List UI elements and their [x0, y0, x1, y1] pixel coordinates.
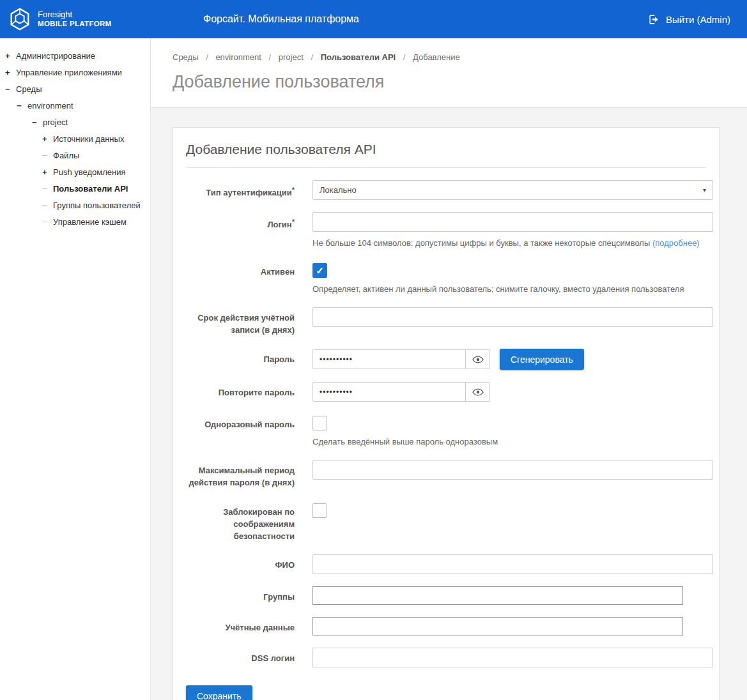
login-label: Логин*	[186, 212, 295, 249]
dss-login-row: DSS логин	[186, 648, 706, 667]
breadcrumb-separator: /	[403, 52, 406, 62]
sidebar-item-api-users[interactable]: ─ Пользователи API	[0, 180, 150, 197]
collapse-minus-icon[interactable]: −	[32, 118, 43, 127]
password-repeat-row: Повторите пароль	[186, 382, 706, 402]
main-content: Среды / environment / project / Пользова…	[151, 38, 747, 700]
active-label: Активен	[186, 261, 295, 295]
logout-label: Выйти (Admin)	[666, 14, 730, 25]
breadcrumb: Среды / environment / project / Пользова…	[173, 52, 747, 62]
app-title: Форсайт. Мобильная платформа	[203, 0, 359, 38]
password-input[interactable]	[312, 349, 466, 369]
expand-plus-icon[interactable]: +	[5, 51, 16, 61]
save-button[interactable]: Сохранить	[186, 685, 252, 700]
auth-type-selected-value: Локально	[320, 185, 357, 195]
tree-dash-icon: ─	[42, 218, 53, 225]
eye-icon	[472, 354, 484, 365]
max-password-period-row: Максимальный период действия пароля (в д…	[186, 460, 706, 489]
logout-icon	[648, 13, 660, 26]
groups-row: Группы	[186, 586, 706, 605]
auth-type-label: Тип аутентификации*	[186, 180, 295, 200]
dss-login-input[interactable]	[312, 648, 713, 667]
required-asterisk: *	[292, 186, 295, 194]
one-time-password-help: Сделать введённый выше пароль одноразовы…	[312, 436, 706, 448]
sidebar-item-environments[interactable]: − Среды	[0, 80, 150, 97]
max-password-period-label: Максимальный период действия пароля (в д…	[186, 460, 295, 489]
breadcrumb-separator: /	[269, 52, 272, 62]
password-row: Пароль	[186, 349, 706, 370]
form-card: Добавление пользователя API Тип аутентиф…	[173, 127, 720, 700]
breadcrumb-item-current: Добавление	[413, 52, 460, 62]
eye-icon	[472, 386, 484, 398]
password-repeat-label: Повторите пароль	[186, 382, 295, 402]
sidebar-item-environment[interactable]: − environment	[0, 97, 150, 114]
credentials-input[interactable]	[312, 617, 683, 635]
required-asterisk: *	[292, 218, 295, 225]
logo-icon	[8, 7, 32, 31]
sidebar-item-push-notifications[interactable]: + Push уведомления	[0, 164, 150, 180]
breadcrumb-separator: /	[206, 52, 208, 62]
groups-label: Группы	[186, 586, 295, 605]
collapse-minus-icon[interactable]: −	[5, 84, 16, 94]
sidebar-item-cache-management[interactable]: ─ Управление кэшем	[0, 213, 150, 230]
credentials-row: Учётные данные	[186, 617, 706, 635]
fio-row: ФИО	[186, 554, 706, 574]
auth-type-select[interactable]: Локально ▾	[312, 180, 713, 200]
auth-type-row: Тип аутентификации* Локально ▾	[186, 180, 706, 200]
content-area: Добавление пользователя API Тип аутентиф…	[151, 108, 747, 700]
logout-button[interactable]: Выйти (Admin)	[648, 0, 730, 38]
sidebar-item-project[interactable]: − project	[0, 114, 150, 130]
groups-input[interactable]	[312, 586, 683, 605]
sidebar-item-data-sources[interactable]: + Источники данных	[0, 130, 150, 147]
login-input[interactable]	[312, 212, 713, 232]
breadcrumb-item-api-users[interactable]: Пользователи API	[321, 52, 396, 62]
active-checkbox[interactable]: ✓	[312, 263, 327, 278]
one-time-password-label: Одноразовый пароль	[186, 414, 295, 448]
active-row: Активен ✓ Определяет, активен ли данный …	[186, 261, 706, 295]
expand-plus-icon[interactable]: +	[42, 167, 53, 177]
active-help: Определяет, активен ли данный пользовате…	[312, 284, 706, 295]
save-row: Сохранить	[186, 685, 706, 700]
account-expiry-input[interactable]	[312, 307, 713, 327]
show-password-button[interactable]	[465, 349, 490, 369]
tree-dash-icon: ─	[42, 201, 53, 209]
sidebar: + Администрирование + Управление приложе…	[0, 38, 151, 700]
form-title: Добавление пользователя API	[186, 142, 706, 168]
page-title: Добавление пользователя	[173, 72, 747, 92]
one-time-password-checkbox[interactable]	[312, 416, 327, 430]
details-link[interactable]: (подробнее)	[652, 238, 700, 248]
fio-label: ФИО	[186, 554, 295, 574]
sidebar-item-files[interactable]: ─ Файлы	[0, 147, 150, 164]
breadcrumb-item-environments[interactable]: Среды	[173, 52, 199, 62]
password-repeat-input[interactable]	[312, 382, 466, 402]
blocked-checkbox[interactable]	[312, 503, 327, 518]
sidebar-item-administration[interactable]: + Администрирование	[0, 47, 150, 64]
logo: Foresight MOBILE PLATFORM	[0, 7, 111, 31]
collapse-minus-icon[interactable]: −	[17, 101, 27, 110]
breadcrumb-item-project[interactable]: project	[279, 52, 304, 62]
sidebar-item-app-management[interactable]: + Управление приложениями	[0, 64, 150, 80]
fio-input[interactable]	[312, 554, 713, 574]
login-row: Логин* Не больше 104 символов: допустимы…	[186, 212, 706, 249]
dss-login-label: DSS логин	[186, 648, 295, 667]
account-expiry-row: Срок действия учётной записи (в днях)	[186, 307, 706, 337]
sidebar-item-user-groups[interactable]: ─ Группы пользователей	[0, 197, 150, 213]
credentials-label: Учётные данные	[186, 617, 295, 635]
page-header: Среды / environment / project / Пользова…	[151, 38, 747, 108]
header: Foresight MOBILE PLATFORM Форсайт. Мобил…	[0, 0, 747, 38]
show-password-repeat-button[interactable]	[465, 382, 490, 402]
checkbox-check-icon: ✓	[316, 265, 324, 277]
blocked-label: Заблокирован по соображениям безопастнос…	[186, 501, 295, 543]
generate-password-button[interactable]: Сгенерировать	[500, 349, 584, 370]
breadcrumb-separator: /	[311, 52, 313, 62]
logo-title: Foresight	[38, 10, 111, 20]
breadcrumb-item-environment[interactable]: environment	[215, 52, 261, 62]
logo-subtitle: MOBILE PLATFORM	[38, 20, 111, 29]
expand-plus-icon[interactable]: +	[42, 134, 53, 144]
expand-plus-icon[interactable]: +	[5, 68, 16, 77]
max-password-period-input[interactable]	[312, 460, 713, 480]
account-expiry-label: Срок действия учётной записи (в днях)	[186, 307, 295, 337]
blocked-row: Заблокирован по соображениям безопастнос…	[186, 501, 706, 543]
tree-dash-icon: ─	[42, 185, 53, 192]
password-label: Пароль	[186, 349, 295, 370]
login-help: Не больше 104 символов: допустимы цифры …	[312, 238, 713, 249]
